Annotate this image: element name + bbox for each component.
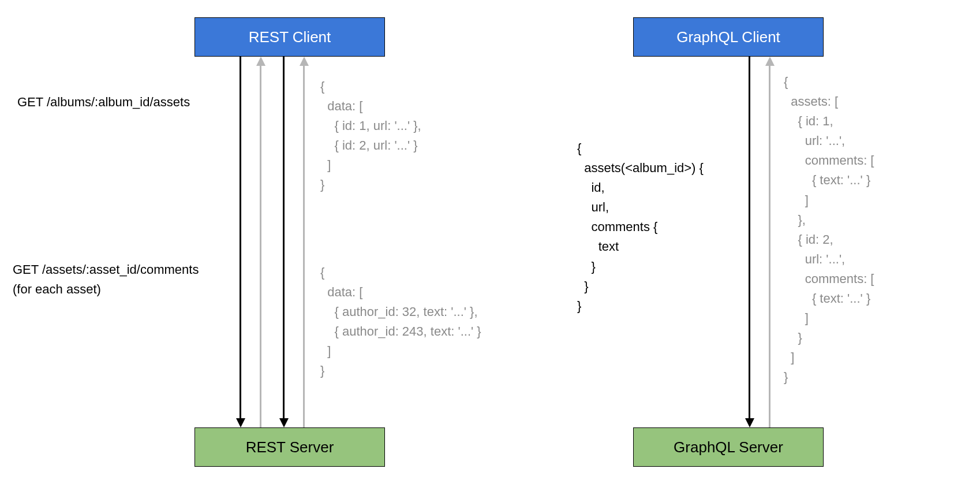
arrow-graphql-req-down: [749, 57, 750, 418]
rest-server-label: REST Server: [246, 438, 334, 456]
arrow-rest-req1-down: [240, 57, 241, 418]
arrowhead-rest-resp2-up: [300, 57, 309, 66]
graphql-client-label: GraphQL Client: [676, 28, 780, 46]
arrowhead-rest-resp1-up: [256, 57, 265, 66]
arrow-rest-resp1-up: [260, 66, 261, 427]
arrowhead-graphql-req-down: [745, 418, 754, 427]
rest-response2-text: { data: [ { author_id: 32, text: '...' }…: [320, 263, 481, 381]
arrowhead-rest-req1-down: [236, 418, 245, 427]
graphql-server-box: GraphQL Server: [633, 427, 824, 467]
rest-request2-line1: GET /assets/:asset_id/comments: [13, 260, 199, 280]
arrow-rest-resp2-up: [303, 66, 305, 427]
rest-request1-text: GET /albums/:album_id/assets: [17, 92, 190, 112]
rest-server-box: REST Server: [194, 427, 385, 467]
arrowhead-rest-req2-down: [279, 418, 289, 427]
rest-request2-line2: (for each asset): [13, 280, 101, 299]
arrow-rest-req2-down: [283, 57, 285, 418]
arrowhead-graphql-resp-up: [765, 57, 775, 66]
arrow-graphql-resp-up: [769, 66, 770, 427]
rest-client-label: REST Client: [249, 28, 331, 46]
graphql-client-box: GraphQL Client: [633, 17, 824, 57]
rest-response1-text: { data: [ { id: 1, url: '...' }, { id: 2…: [320, 77, 421, 195]
rest-client-box: REST Client: [194, 17, 385, 57]
graphql-response-text: { assets: [ { id: 1, url: '...', comment…: [784, 72, 874, 388]
graphql-server-label: GraphQL Server: [674, 438, 783, 456]
graphql-query-text: { assets(<album_id>) { id, url, comments…: [577, 139, 704, 316]
